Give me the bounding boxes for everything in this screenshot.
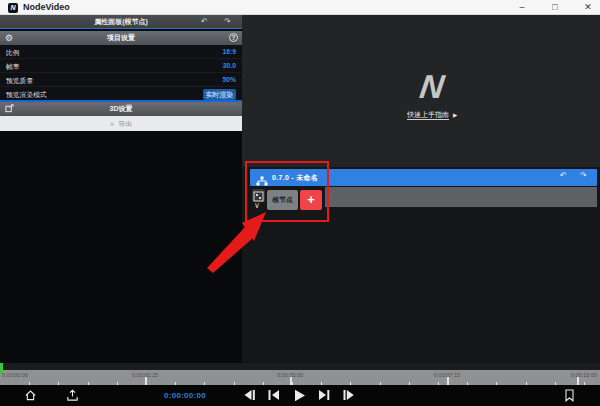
ruler-major-tick [577, 377, 579, 385]
play-icon[interactable] [291, 389, 307, 403]
close-button[interactable]: ✕ [574, 0, 600, 15]
node-graph-icon [256, 172, 268, 190]
timeline-ruler[interactable]: 0:00:00:00 0:00:02:15 0:00:05:00 0:00:07… [0, 370, 600, 385]
root-node-button[interactable]: 根节点 [267, 190, 298, 210]
empty-track-band[interactable] [325, 187, 597, 207]
properties-panel-title: 属性面板(根节点) [94, 18, 148, 25]
bookmark-icon[interactable] [561, 389, 577, 403]
ruler-major-tick [447, 377, 449, 385]
play-triangle-icon: ▶ [453, 112, 457, 118]
app-logo-icon: N [8, 3, 18, 13]
home-icon[interactable] [22, 389, 38, 403]
prop-row-preview-quality: 预览质量 50% [0, 73, 242, 87]
prop-row-framerate: 帧率 30.0 [0, 59, 242, 73]
aspect-label: 比例 [6, 48, 20, 58]
prev-frame-icon[interactable] [241, 389, 257, 403]
prop-row-render-mode: 预览渲染模式 实时渲染 [0, 87, 242, 101]
left-panel: 属性面板(根节点) ↶ ↷ ⚙ 项目设置 ? 比例 16:9 帧率 30.0 预… [0, 15, 242, 363]
framerate-label: 帧率 [6, 62, 20, 72]
help-icon[interactable]: ? [229, 33, 238, 42]
add-node-button[interactable]: + [300, 190, 322, 210]
export-button[interactable]: ∧导出 [0, 116, 242, 131]
current-time-display[interactable]: 0:00:00:00 [150, 391, 220, 400]
aspect-value[interactable]: 16:9 [222, 48, 236, 55]
redo-icon[interactable]: ↷ [224, 15, 231, 28]
chevron-down-icon[interactable]: ∨ [254, 201, 260, 211]
settings-3d-header[interactable]: 3D设置 [0, 102, 242, 116]
ruler-major-tick [145, 377, 147, 385]
ruler-label: 0:00:10:00 [571, 372, 597, 378]
properties-panel-header: 属性面板(根节点) ↶ ↷ [0, 15, 242, 29]
ruler-major-tick [290, 377, 292, 385]
skip-end-icon[interactable] [316, 389, 332, 403]
timeline-title: 0.7.0 - 未命名 [272, 173, 318, 183]
project-settings-header[interactable]: ⚙ 项目设置 ? [0, 31, 242, 45]
timeline-undo-icon[interactable]: ↶ [560, 171, 567, 180]
nodevideo-logo: N [400, 70, 465, 104]
guide-label: 快速上手指南 [407, 111, 449, 120]
timeline-panel: 0.7.0 - 未命名 ↶ ↷ ∨ 根节点 + [242, 167, 600, 363]
ruler-label: 0:00:00:00 [2, 372, 28, 378]
settings-3d-title: 3D设置 [110, 105, 133, 112]
preview-quality-label: 预览质量 [6, 76, 33, 86]
undo-icon[interactable]: ↶ [201, 15, 208, 28]
timeline-redo-icon[interactable]: ↷ [580, 171, 587, 180]
render-mode-label: 预览渲染模式 [6, 90, 47, 100]
export-label: 导出 [118, 120, 132, 127]
nodevideo-window: N NodeVideo – □ ✕ 属性面板(根节点) ↶ ↷ ⚙ 项目设置 ?… [0, 0, 600, 406]
skip-start-icon[interactable] [266, 389, 282, 403]
title-bar: N NodeVideo – □ ✕ [0, 0, 600, 15]
framerate-value[interactable]: 30.0 [223, 62, 236, 69]
preview-area: N 快速上手指南▶ [242, 15, 600, 167]
maximize-button[interactable]: □ [541, 0, 569, 15]
playhead-marker[interactable] [0, 363, 3, 373]
window-title: NodeVideo [23, 2, 70, 12]
caret-up-icon: ∧ [110, 121, 114, 127]
ruler-top-strip [0, 363, 600, 370]
flip-3d-icon [5, 104, 14, 116]
project-settings-title: 项目设置 [107, 34, 135, 41]
next-frame-icon[interactable] [341, 389, 357, 403]
bottom-toolbar: 0:00:00:00 ? [0, 385, 600, 406]
gear-icon: ⚙ [5, 32, 13, 44]
quick-start-guide-link[interactable]: 快速上手指南▶ [352, 110, 512, 120]
timeline-header-bar[interactable]: 0.7.0 - 未命名 ↶ ↷ [250, 169, 597, 186]
preview-quality-value[interactable]: 50% [222, 76, 236, 83]
prop-row-aspect: 比例 16:9 [0, 45, 242, 59]
minimize-button[interactable]: – [508, 0, 536, 15]
export-icon[interactable] [64, 389, 80, 403]
render-mode-value[interactable]: 实时渲染 [203, 89, 236, 100]
